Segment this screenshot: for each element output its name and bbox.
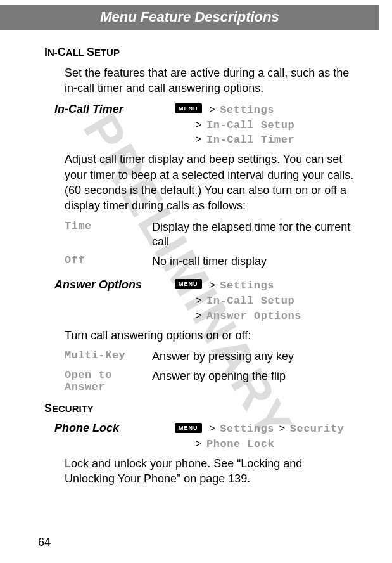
feature-incall-timer-desc: Adjust call timer display and beep setti… <box>65 152 354 213</box>
menu-icon: MENU <box>175 279 202 289</box>
option-label: Open to Answer <box>65 369 152 393</box>
options-table: Time Display the elapsed time for the cu… <box>65 220 354 269</box>
option-desc: Display the elapsed time for the current… <box>152 220 354 250</box>
feature-label: Phone Lock <box>54 422 175 452</box>
path-segment: Settings <box>220 280 274 292</box>
path-segment: Answer Options <box>206 310 301 322</box>
options-table: Multi-Key Answer by pressing any key Ope… <box>65 349 354 393</box>
menu-icon: MENU <box>175 103 202 113</box>
path-segment: Settings <box>220 423 274 435</box>
path-segment: In-Call Timer <box>206 134 294 146</box>
section-incall-intro: Set the features that are active during … <box>65 65 354 96</box>
option-label: Multi-Key <box>65 349 152 364</box>
section-incall-heading: IN-CALL SETUP <box>44 46 354 59</box>
option-label: Off <box>65 254 152 269</box>
menu-icon: MENU <box>175 423 202 433</box>
option-row: Multi-Key Answer by pressing any key <box>65 349 354 364</box>
option-label: Time <box>65 220 152 250</box>
feature-answer-options: Answer Options MENU > Settings > In-Call… <box>54 278 354 324</box>
path-segment: Phone Lock <box>206 438 274 450</box>
feature-phone-lock-desc: Lock and unlock your phone. See “Locking… <box>65 456 354 487</box>
page-header: Menu Feature Descriptions <box>0 5 379 30</box>
option-row: Off No in-call timer display <box>65 254 354 269</box>
feature-label: In-Call Timer <box>54 103 175 148</box>
feature-phone-lock: Phone Lock MENU > Settings > Security > … <box>54 422 354 452</box>
option-desc: Answer by opening the flip <box>152 369 354 393</box>
path-segment: In-Call Setup <box>206 295 294 307</box>
path-segment: In-Call Setup <box>206 119 294 131</box>
feature-incall-timer: In-Call Timer MENU > Settings > In-Call … <box>54 103 354 148</box>
path-segment: Settings <box>220 104 274 116</box>
feature-label: Answer Options <box>54 278 175 324</box>
option-row: Time Display the elapsed time for the cu… <box>65 220 354 250</box>
feature-answer-options-desc: Turn call answering options on or off: <box>65 328 354 343</box>
page-number: 64 <box>38 536 51 549</box>
option-row: Open to Answer Answer by opening the fli… <box>65 369 354 393</box>
option-desc: No in-call timer display <box>152 254 354 269</box>
option-desc: Answer by pressing any key <box>152 349 354 364</box>
path-segment: Security <box>290 423 345 435</box>
section-security-heading: SECURITY <box>44 402 354 415</box>
